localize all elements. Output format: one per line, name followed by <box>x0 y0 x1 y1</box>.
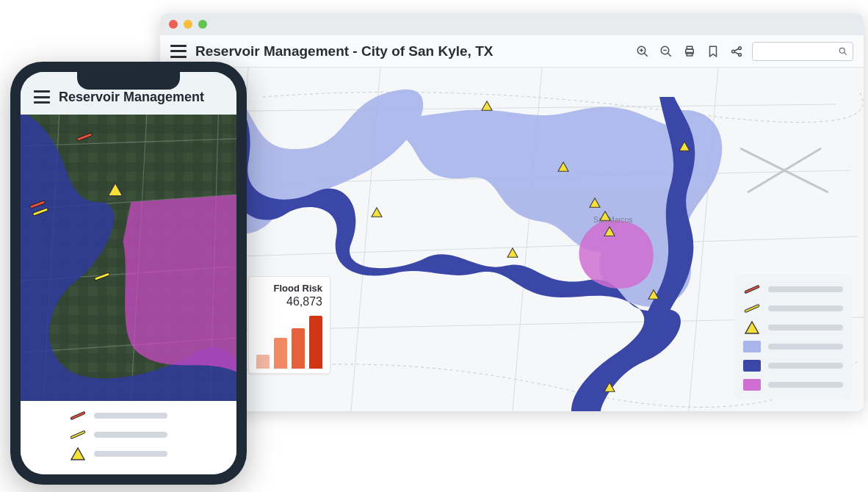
svg-marker-24 <box>590 198 600 207</box>
alert-marker[interactable] <box>589 198 601 208</box>
legend-item[interactable] <box>743 283 843 295</box>
legend-swatch-line-yellow-icon <box>743 303 761 314</box>
svg-marker-20 <box>482 101 492 110</box>
alert-marker[interactable] <box>371 207 383 217</box>
toolbar-actions <box>636 45 743 58</box>
flood-risk-widget[interactable]: Flood Risk 46,873 <box>248 276 330 374</box>
window-minimize-dot[interactable] <box>184 20 192 29</box>
bar-1 <box>256 355 270 369</box>
bar-3 <box>292 328 305 369</box>
legend-swatch-triangle-icon <box>69 448 87 460</box>
alert-marker[interactable] <box>599 211 611 221</box>
legend-item[interactable] <box>743 360 843 372</box>
alert-marker[interactable] <box>679 141 690 151</box>
svg-marker-26 <box>604 227 615 236</box>
legend-label-placeholder <box>94 413 167 419</box>
svg-line-13 <box>734 48 739 51</box>
legend-item[interactable] <box>743 322 843 333</box>
legend-label-placeholder <box>768 305 843 311</box>
svg-rect-8 <box>687 46 692 49</box>
svg-marker-30 <box>745 322 759 333</box>
alert-marker[interactable] <box>507 247 518 258</box>
bar-4 <box>309 316 322 369</box>
legend-swatch-line-yellow-icon <box>69 429 87 441</box>
svg-line-1 <box>644 53 648 57</box>
svg-marker-21 <box>558 162 568 171</box>
legend-label-placeholder <box>768 325 843 330</box>
menu-icon[interactable] <box>34 90 50 104</box>
bar-2 <box>274 338 287 369</box>
legend-swatch-fill-light-icon <box>743 341 761 352</box>
mobile-map-canvas[interactable] <box>21 115 236 401</box>
svg-marker-29 <box>604 383 615 391</box>
map-canvas[interactable]: San Marcos Flood Risk 46,873 <box>160 68 864 411</box>
alert-marker[interactable] <box>604 226 615 236</box>
app-toolbar: Reservoir Management - City of San Kyle,… <box>160 35 864 68</box>
legend-label-placeholder <box>768 382 843 388</box>
desktop-app-window: Reservoir Management - City of San Kyle,… <box>160 13 864 411</box>
legend-swatch-line-red-icon <box>69 410 87 422</box>
legend-item[interactable] <box>32 429 225 441</box>
mobile-device-frame: Reservoir Management <box>10 62 247 485</box>
mobile-title: Reservoir Management <box>59 90 204 105</box>
alert-marker[interactable] <box>107 182 123 197</box>
zoom-in-icon[interactable] <box>636 45 649 58</box>
legend-item[interactable] <box>743 379 843 391</box>
legend-swatch-fill-pink-icon <box>743 379 761 391</box>
map-legend <box>734 275 852 399</box>
window-close-dot[interactable] <box>169 20 178 29</box>
legend-swatch-fill-dark-icon <box>743 360 761 372</box>
widget-title: Flood Risk <box>256 283 322 294</box>
svg-line-5 <box>668 53 671 57</box>
legend-label-placeholder <box>768 363 843 369</box>
legend-label-placeholder <box>768 344 843 350</box>
svg-marker-22 <box>372 208 382 217</box>
legend-item[interactable] <box>743 303 843 314</box>
window-titlebar <box>160 13 864 35</box>
widget-bar-chart <box>256 313 322 369</box>
zoom-out-icon[interactable] <box>659 45 673 58</box>
svg-line-14 <box>734 51 739 54</box>
legend-swatch-line-red-icon <box>743 283 761 295</box>
print-icon[interactable] <box>683 45 696 58</box>
bookmark-icon[interactable] <box>706 45 720 58</box>
mobile-screen: Reservoir Management <box>21 72 236 474</box>
app-title: Reservoir Management - City of San Kyle,… <box>195 43 493 59</box>
alert-marker[interactable] <box>648 289 659 300</box>
legend-item[interactable] <box>32 448 225 460</box>
legend-item[interactable] <box>32 410 225 422</box>
alert-marker[interactable] <box>481 101 493 111</box>
legend-label-placeholder <box>94 451 167 457</box>
svg-marker-23 <box>507 248 518 257</box>
svg-marker-28 <box>648 290 659 299</box>
svg-line-16 <box>845 52 847 54</box>
mobile-map-basemap <box>21 115 236 401</box>
mobile-legend <box>21 401 236 474</box>
svg-point-15 <box>839 48 845 53</box>
svg-marker-27 <box>679 142 690 151</box>
widget-value: 46,873 <box>256 295 322 308</box>
alert-marker[interactable] <box>557 162 569 172</box>
window-maximize-dot[interactable] <box>198 20 207 29</box>
svg-marker-25 <box>600 211 610 220</box>
svg-marker-37 <box>71 448 84 460</box>
legend-label-placeholder <box>768 286 843 292</box>
search-input[interactable] <box>752 42 853 61</box>
menu-icon[interactable] <box>170 45 187 58</box>
legend-item[interactable] <box>743 341 843 352</box>
svg-marker-36 <box>108 183 123 196</box>
phone-notch <box>77 72 180 90</box>
legend-label-placeholder <box>94 432 167 438</box>
share-icon[interactable] <box>730 45 743 58</box>
legend-swatch-triangle-icon <box>743 322 761 333</box>
search-icon <box>838 46 848 57</box>
alert-marker[interactable] <box>604 382 615 392</box>
